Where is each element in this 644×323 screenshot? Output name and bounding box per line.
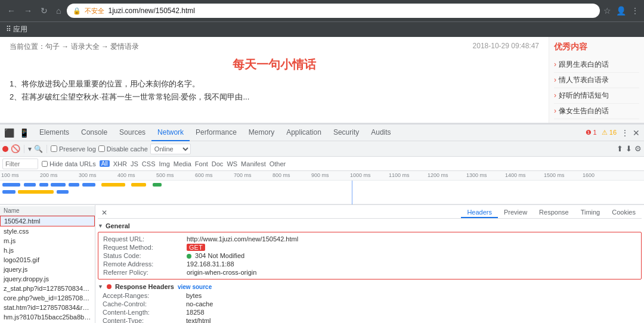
- hide-data-urls-checkbox[interactable]: [42, 161, 48, 167]
- file-item-0[interactable]: 150542.html: [0, 216, 95, 226]
- timeline-ruler: 100 ms 200 ms 300 ms 400 ms 500 ms 600 m…: [0, 171, 644, 181]
- tab-application[interactable]: Application: [280, 125, 327, 141]
- clear-button[interactable]: 🚫: [11, 144, 20, 153]
- disable-cache-text: Disable cache: [107, 145, 148, 153]
- tick-12: 1300 ms: [466, 172, 487, 178]
- detail-tab-cookies[interactable]: Cookies: [606, 207, 642, 218]
- devtools-device-button[interactable]: 📱: [17, 128, 31, 138]
- toolbar-sep-2: [47, 145, 47, 153]
- timeline-bar-8: [131, 183, 146, 187]
- file-item-6[interactable]: jquery.droppy.js: [0, 274, 95, 284]
- devtools-more-button[interactable]: ⋮: [619, 128, 631, 138]
- file-item-5[interactable]: jquery.js: [0, 265, 95, 274]
- record-button[interactable]: [2, 146, 8, 152]
- back-button[interactable]: ←: [5, 5, 18, 17]
- ws-filter[interactable]: WS: [227, 160, 237, 167]
- file-item-2[interactable]: m.js: [0, 236, 95, 246]
- status-dot: [187, 254, 191, 259]
- tick-14: 1500 ms: [544, 172, 565, 178]
- detail-tab-timing[interactable]: Timing: [575, 207, 606, 218]
- account-button[interactable]: 👤: [616, 6, 626, 15]
- detail-tab-response[interactable]: Response: [533, 207, 575, 218]
- referrer-policy-label: Referrer Policy:: [103, 269, 187, 276]
- response-headers-header[interactable]: Response Headers view source: [98, 283, 642, 290]
- security-label: 不安全: [85, 7, 104, 15]
- disable-cache-checkbox[interactable]: [98, 145, 105, 152]
- tab-console[interactable]: Console: [75, 125, 113, 141]
- content-type-label: Content-Type:: [103, 317, 186, 323]
- forward-button[interactable]: →: [21, 5, 35, 17]
- detail-tab-preview[interactable]: Preview: [498, 207, 533, 218]
- search-toggle[interactable]: 🔍: [34, 145, 43, 153]
- tab-elements[interactable]: Elements: [33, 125, 75, 141]
- apps-label[interactable]: ⠿ 应用: [6, 24, 27, 35]
- lock-icon: 🔒: [73, 7, 81, 15]
- toolbar-sep-1: [24, 145, 24, 153]
- preserve-log-label[interactable]: Preserve log: [51, 145, 96, 153]
- filter-toggle[interactable]: ▾: [28, 145, 32, 153]
- timeline-bar-1: [2, 183, 20, 187]
- filter-bar: Hide data URLs All XHR JS CSS Img Media …: [0, 157, 644, 171]
- devtools-close-button[interactable]: ✕: [631, 128, 642, 138]
- view-source-link[interactable]: view source: [178, 284, 212, 290]
- import-button[interactable]: ⬆: [617, 144, 623, 153]
- tick-5: 600 ms: [195, 172, 213, 178]
- home-button[interactable]: ⌂: [54, 5, 63, 17]
- css-filter[interactable]: CSS: [142, 160, 156, 167]
- detail-tab-headers[interactable]: Headers: [461, 207, 498, 218]
- tab-security[interactable]: Security: [327, 125, 365, 141]
- accept-ranges-value: bytes: [186, 292, 202, 299]
- request-url-label: Request URL:: [103, 235, 187, 243]
- js-filter[interactable]: JS: [131, 160, 138, 167]
- timeline-bar-9: [153, 183, 162, 187]
- file-item-8[interactable]: core.php?web_id=12857083...: [0, 293, 95, 303]
- sidebar-item-1[interactable]: 情人节表白语录: [554, 73, 639, 88]
- sidebar-item-2[interactable]: 好听的情话短句: [554, 88, 639, 104]
- file-item-9[interactable]: stat.htm?id=1278570834&r=h...: [0, 303, 95, 312]
- file-item-1[interactable]: style.css: [0, 226, 95, 236]
- settings-button[interactable]: ⚙: [634, 144, 642, 153]
- doc-filter[interactable]: Doc: [212, 160, 224, 167]
- address-bar[interactable]: 🔒 不安全 1juzi.com/new/150542.html: [67, 4, 600, 18]
- font-filter[interactable]: Font: [195, 160, 208, 167]
- column-name: Name: [4, 207, 20, 214]
- general-section-header[interactable]: General: [98, 221, 642, 231]
- tab-performance[interactable]: Performance: [190, 125, 243, 141]
- page-title: 每天一句小情话: [10, 57, 539, 73]
- xhr-filter[interactable]: XHR: [113, 160, 127, 167]
- sidebar-item-0[interactable]: 跟男生表白的话: [554, 57, 639, 73]
- timeline-bar-5: [69, 183, 79, 187]
- detail-close-button[interactable]: ✕: [98, 207, 111, 218]
- tab-sources[interactable]: Sources: [113, 125, 151, 141]
- tab-network[interactable]: Network: [151, 125, 190, 141]
- hide-data-urls-label[interactable]: Hide data URLs: [42, 160, 96, 167]
- devtools-inspect-button[interactable]: ⬛: [2, 128, 16, 138]
- file-item-7[interactable]: z_stat.php?id=1278570834&...: [0, 284, 95, 293]
- manifest-filter[interactable]: Manifest: [241, 160, 266, 167]
- bookmark-button[interactable]: ☆: [603, 6, 611, 15]
- reload-button[interactable]: ↻: [38, 5, 50, 17]
- timeline-bar-11: [18, 190, 54, 194]
- menu-button[interactable]: ⋮: [631, 6, 639, 15]
- filter-input[interactable]: [2, 159, 38, 169]
- content-length-value: 18258: [186, 309, 205, 316]
- export-button[interactable]: ⬇: [626, 144, 632, 153]
- response-dot: [107, 284, 112, 289]
- media-filter[interactable]: Media: [174, 160, 191, 167]
- file-item-10[interactable]: hm.js?8107b15bacc25ba8b7f...: [0, 312, 95, 322]
- tab-audits[interactable]: Audits: [365, 125, 397, 141]
- tab-memory[interactable]: Memory: [243, 125, 280, 141]
- sidebar-title: 优秀内容: [554, 42, 639, 52]
- breadcrumb: 当前位置：句子 → 语录大全 → 爱情语录 2018-10-29 09:48:4…: [10, 42, 539, 52]
- page-text-1: 1、将你放进我心里最重要的位置，用心来刻你的名字。: [10, 77, 539, 91]
- disable-cache-label[interactable]: Disable cache: [98, 145, 148, 153]
- other-filter[interactable]: Other: [270, 160, 286, 167]
- img-filter[interactable]: Img: [159, 160, 169, 167]
- file-item-4[interactable]: logo2015.gif: [0, 255, 95, 265]
- referrer-policy-value: origin-when-cross-origin: [187, 269, 256, 276]
- timeline-bar-10: [2, 190, 16, 194]
- throttle-select[interactable]: Online Slow 3G Fast 3G Offline: [150, 144, 191, 154]
- sidebar-item-3[interactable]: 像女生告白的话: [554, 104, 639, 119]
- preserve-log-checkbox[interactable]: [51, 145, 57, 152]
- file-item-3[interactable]: h.js: [0, 246, 95, 255]
